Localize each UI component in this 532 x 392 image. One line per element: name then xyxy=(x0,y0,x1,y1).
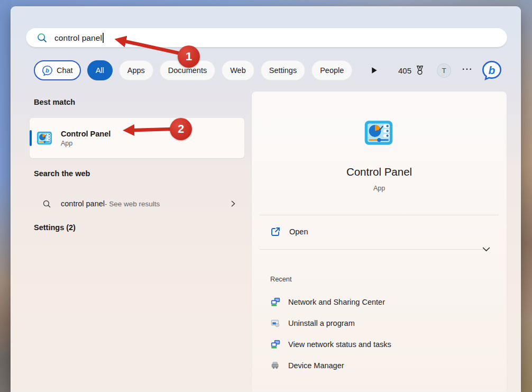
avatar-initial: T xyxy=(442,67,446,75)
tab-settings[interactable]: Settings xyxy=(261,60,305,80)
tab-web[interactable]: Web xyxy=(222,60,254,80)
bing-chat-icon: b xyxy=(42,65,53,76)
recent-item-label: Device Manager xyxy=(288,361,344,370)
bing-icon[interactable]: b xyxy=(481,60,502,81)
recent-item-label: View network status and tasks xyxy=(288,340,391,349)
recent-list: Network and Sharing Center Uninstall a p… xyxy=(260,291,499,376)
recent-item-label: Network and Sharing Center xyxy=(288,298,385,306)
badge-2-number: 2 xyxy=(178,122,184,136)
tab-all[interactable]: All xyxy=(87,60,113,80)
recent-heading: Recent xyxy=(270,275,292,283)
rewards-points: 405 xyxy=(398,66,411,75)
web-result-query: control panel xyxy=(61,199,105,208)
open-external-icon xyxy=(270,226,281,237)
app-detail-panel: Control Panel App Open Recent xyxy=(252,92,507,392)
badge-1-number: 1 xyxy=(186,50,192,63)
search-web-heading: Search the web xyxy=(34,169,90,178)
search-icon xyxy=(36,32,48,43)
recent-item-network-sharing-center[interactable]: Network and Sharing Center xyxy=(260,291,499,313)
tab-settings-label: Settings xyxy=(269,66,297,75)
network-icon xyxy=(271,340,280,349)
settings-heading: Settings (2) xyxy=(34,223,76,232)
svg-text:b: b xyxy=(45,67,49,74)
search-glyph-icon xyxy=(42,199,51,208)
tab-people[interactable]: People xyxy=(311,60,352,80)
best-match-heading: Best match xyxy=(34,98,75,106)
chevron-right-icon xyxy=(230,200,237,207)
search-toolbar-right: 405 T ⋯ b xyxy=(370,60,502,81)
network-icon xyxy=(271,297,280,307)
annotation-badge-1: 1 xyxy=(178,45,200,68)
control-panel-icon xyxy=(36,130,52,146)
chevron-down-icon[interactable] xyxy=(482,245,491,254)
desktop-wallpaper-right xyxy=(520,0,532,392)
rewards-button[interactable]: 405 xyxy=(398,65,426,76)
best-match-result[interactable]: Control Panel App xyxy=(30,118,244,158)
desktop-wallpaper-left xyxy=(0,0,11,392)
svg-text:b: b xyxy=(489,64,496,76)
recent-item-device-manager[interactable]: Device Manager xyxy=(260,355,499,376)
uninstall-icon xyxy=(271,318,280,328)
divider xyxy=(260,249,488,250)
text-caret xyxy=(103,33,104,43)
rewards-medal-icon xyxy=(414,65,426,76)
tab-apps-label: Apps xyxy=(127,66,145,75)
tab-web-label: Web xyxy=(230,66,246,75)
open-label: Open xyxy=(289,227,308,236)
divider xyxy=(260,215,499,215)
control-panel-icon-large xyxy=(364,118,393,148)
web-search-result[interactable]: control panel - See web results xyxy=(30,192,244,215)
open-action[interactable]: Open xyxy=(260,220,499,243)
tab-chat[interactable]: b Chat xyxy=(34,60,81,80)
more-options-icon[interactable]: ⋯ xyxy=(462,63,473,77)
selection-accent-bar xyxy=(30,130,32,146)
search-flyout-window: control panel b Chat All Apps Documents … xyxy=(11,6,521,392)
recent-item-view-network-status[interactable]: View network status and tasks xyxy=(260,334,499,355)
tab-all-label: All xyxy=(96,66,104,75)
best-match-title: Control Panel xyxy=(61,129,111,140)
web-result-suffix: - See web results xyxy=(105,200,160,208)
recent-item-uninstall-program[interactable]: Uninstall a program xyxy=(260,313,499,334)
tab-chat-label: Chat xyxy=(57,66,73,75)
user-avatar[interactable]: T xyxy=(437,63,451,78)
tab-people-label: People xyxy=(320,66,344,75)
recent-item-label: Uninstall a program xyxy=(288,319,355,327)
annotation-badge-2: 2 xyxy=(170,118,192,140)
play-icon[interactable] xyxy=(370,66,378,75)
search-query-text: control panel xyxy=(54,33,102,43)
device-manager-icon xyxy=(271,361,280,370)
detail-app-title: Control Panel xyxy=(252,166,507,178)
detail-app-subtitle: App xyxy=(252,185,507,192)
search-input[interactable]: control panel xyxy=(26,28,507,48)
best-match-subtitle: App xyxy=(61,140,111,147)
tab-apps[interactable]: Apps xyxy=(119,60,153,80)
